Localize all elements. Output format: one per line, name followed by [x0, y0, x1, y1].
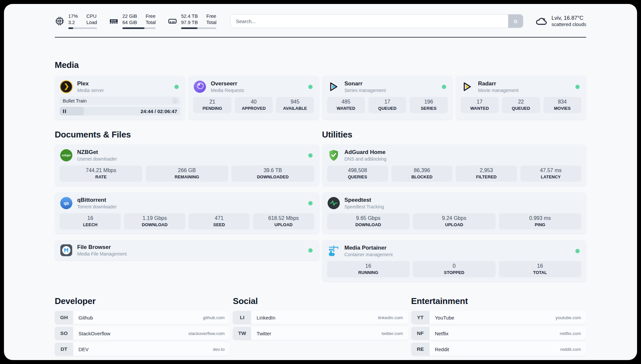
app-description: Media Requests [211, 87, 244, 93]
app-description: Speedtest Tracking [345, 204, 384, 210]
utilities-section-title: Utilities [322, 130, 587, 139]
bookmark-url: netflix.com [560, 331, 581, 336]
disk-total-label: Total [206, 19, 217, 26]
filebrowser-icon [60, 244, 73, 257]
bookmark-name: Reddit [435, 347, 449, 352]
bookmark-url: linkedin.com [378, 315, 403, 320]
top-bar: 17% 3.2 CPU Load [55, 4, 586, 29]
bookmark-name: LinkedIn [257, 315, 275, 320]
app-description: DNS and adblocking [345, 156, 387, 162]
status-dot [308, 85, 313, 89]
entertainment-section-title: Entertainment [411, 296, 586, 306]
bookmark-abbr: TW [233, 327, 251, 340]
disk-stat: 52.4 TB 97.9 TB Free Total [168, 13, 216, 29]
search-input[interactable] [230, 14, 523, 28]
stat-seed: 471 SEED [189, 213, 250, 229]
app-card-filebrowser[interactable]: File Browser Media File Management [55, 240, 319, 260]
developer-section-title: Developer [55, 296, 230, 306]
stat-approved: 40 APPROVED [235, 97, 273, 113]
app-name: NZBGet [77, 149, 117, 156]
app-card-radarr[interactable]: Radarr Movie management 17 WANTED 22 QUE… [456, 76, 586, 120]
stat-queued: 17 QUEUED [368, 97, 406, 113]
app-name: Sonarr [345, 80, 386, 87]
section-entertainment: Entertainment YT YouTube youtube.com NF … [411, 296, 586, 356]
app-name: Radarr [478, 80, 519, 87]
stat-available: 945 AVAILABLE [276, 97, 314, 113]
bookmark-stackoverflow[interactable]: SO StackOverflow stackoverflow.com [55, 327, 230, 340]
bookmark-url: twitter.com [382, 331, 403, 336]
bookmark-netflix[interactable]: NF Netflix netflix.com [411, 327, 586, 340]
radarr-icon [461, 80, 474, 93]
bookmark-twitter[interactable]: TW Twitter twitter.com [233, 327, 408, 340]
stat-upload: 9.24 Gbps UPLOAD [413, 213, 496, 229]
stat-remaining: 266 GB REMAINING [146, 166, 229, 182]
disk-free-value: 52.4 TB [181, 13, 198, 19]
search-button[interactable]: G [508, 15, 523, 28]
app-name: Speedtest [345, 197, 384, 203]
memory-free-label: Free [146, 13, 156, 19]
bookmark-reddit[interactable]: RE Reddit reddit.com [411, 343, 586, 356]
app-card-nzbget[interactable]: nzbget NZBGet Usenet downloader 744.21 M… [55, 144, 319, 186]
qbittorrent-icon: qb [60, 197, 73, 210]
app-card-adguard[interactable]: AdGuard Home DNS and adblocking 498,508 … [322, 144, 587, 186]
cpu-progress-bar [68, 27, 97, 29]
app-card-speedtest[interactable]: Speedtest Speedtest Tracking 9.65 Gbps D… [322, 192, 587, 234]
svg-text:qb: qb [64, 201, 69, 206]
stat-total: 16 TOTAL [499, 261, 582, 277]
section-utilities: Utilities [322, 130, 587, 282]
status-dot [575, 85, 580, 89]
cpu-usage-label: CPU [86, 13, 97, 19]
bookmark-abbr: GH [55, 311, 73, 324]
social-section-title: Social [233, 296, 408, 306]
sonarr-icon [327, 80, 340, 93]
stat-series: 196 SERIES [410, 97, 447, 113]
weather-summary: Lviv, 16.87°C [551, 15, 586, 21]
session-icon [172, 98, 177, 103]
stat-queued: 22 QUEUED [502, 97, 540, 113]
stat-leech: 16 LEECH [60, 213, 121, 229]
app-card-sonarr[interactable]: Sonarr Series management 485 WANTED 17 Q… [322, 76, 453, 120]
memory-stat: 22 GiB 64 GiB Free Total [109, 13, 156, 29]
adguard-icon [327, 149, 340, 162]
app-name: Overseerr [211, 80, 244, 87]
status-dot [174, 85, 179, 89]
bookmark-abbr: RE [411, 343, 430, 356]
disk-total-value: 97.9 TB [181, 19, 198, 26]
app-card-qbittorrent[interactable]: qb qBittorrent Torrent downloader 16 LEE… [55, 192, 319, 234]
app-card-plex[interactable]: Plex Media server Bullet Train 24:44 / 0… [55, 76, 185, 120]
memory-total-label: Total [146, 19, 156, 26]
app-card-overseerr[interactable]: Overseerr Media Requests 21 PENDING 40 A… [188, 76, 319, 120]
bookmark-name: DEV [78, 347, 89, 352]
bookmark-name: YouTube [435, 315, 454, 320]
bookmark-dev[interactable]: DT DEV dev.to [55, 343, 230, 356]
bookmark-url: github.com [203, 315, 225, 320]
stat-movies: 834 MOVIES [543, 97, 581, 113]
stat-upload: 618.52 Mbps UPLOAD [253, 213, 314, 229]
bookmark-github[interactable]: GH Github github.com [55, 311, 230, 324]
app-description: Torrent downloader [77, 204, 117, 210]
stat-pending: 21 PENDING [193, 97, 231, 113]
bookmark-linkedin[interactable]: LI LinkedIn linkedin.com [233, 311, 408, 324]
stat-rate: 744.21 Mbps RATE [60, 166, 142, 182]
section-media: Media Plex Media server [55, 60, 586, 120]
bookmark-abbr: LI [233, 311, 251, 324]
app-description: Series management [345, 87, 386, 93]
app-name: Plex [77, 80, 104, 87]
stat-queries: 498,508 QUERIES [327, 166, 388, 182]
app-description: Media server [77, 87, 104, 93]
app-card-portainer[interactable]: Media Portainer Container management 16 … [322, 240, 587, 282]
stat-wanted: 485 WANTED [327, 97, 365, 113]
app-description: Container management [345, 252, 393, 258]
system-stats: 17% 3.2 CPU Load [55, 13, 216, 29]
documents-section-title: Documents & Files [55, 130, 319, 139]
bookmark-name: Netflix [435, 331, 449, 336]
section-social: Social LI LinkedIn linkedin.com TW Twitt… [233, 296, 408, 356]
cpu-load-value: 3.2 [68, 19, 78, 26]
stat-wanted: 17 WANTED [461, 97, 499, 113]
status-dot [575, 249, 580, 253]
stat-blocked: 86,396 BLOCKED [391, 166, 452, 182]
stat-download: 9.65 Gbps DOWNLOAD [327, 213, 410, 229]
app-name: AdGuard Home [345, 149, 387, 156]
now-playing-row: Bullet Train [60, 97, 180, 105]
bookmark-youtube[interactable]: YT YouTube youtube.com [411, 311, 586, 324]
